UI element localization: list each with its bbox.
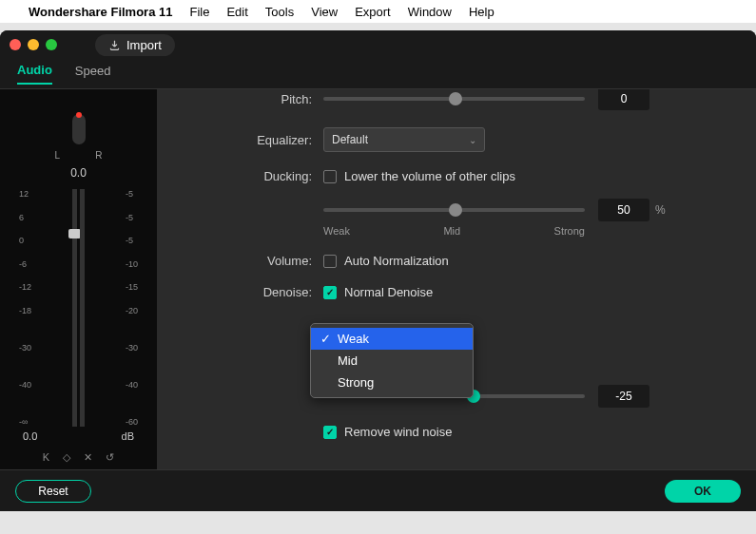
controls-panel: Pitch: 0 Equalizer: Default ⌄ Ducking: L… [157, 89, 756, 469]
tab-audio[interactable]: Audio [17, 63, 52, 85]
auto-normalize-label: Auto Normalization [344, 254, 449, 268]
equalizer-label: Equalizer: [176, 133, 323, 147]
pitch-label: Pitch: [176, 92, 323, 106]
fader-unit: dB [122, 430, 134, 442]
pan-r-label: R [95, 150, 102, 161]
import-icon [108, 39, 121, 51]
denoise-label: Denoise: [176, 285, 323, 299]
import-label: Import [126, 38, 162, 52]
menu-help[interactable]: Help [469, 5, 494, 19]
meter-bars [72, 189, 85, 427]
menu-file[interactable]: File [189, 5, 209, 19]
keyframe-next-icon[interactable]: ✕ [84, 451, 92, 464]
menubar: Wondershare Filmora 11 File Edit Tools V… [0, 0, 756, 23]
menu-app[interactable]: Wondershare Filmora 11 [29, 5, 172, 19]
pitch-slider[interactable] [323, 97, 585, 101]
equalizer-dropdown[interactable]: Default ⌄ [323, 127, 485, 152]
denoise-strength-popup: Weak Mid Strong [310, 323, 474, 398]
menu-view[interactable]: View [311, 5, 338, 19]
level-meter: 12 6 0 -6 -12 -18 -30 -40 -∞ [13, 189, 144, 427]
scale-right: -5 -5 -5 -10 -15 -20 -30 -40 -60 [126, 189, 138, 427]
auto-normalize-checkbox[interactable] [323, 255, 337, 268]
keyframe-prev-icon[interactable]: K [43, 451, 49, 464]
normal-denoise-checkbox[interactable] [323, 286, 337, 299]
footer: Reset OK [0, 469, 756, 511]
volume-label: Volume: [176, 254, 323, 268]
maximize-icon[interactable] [46, 39, 57, 50]
remove-wind-label: Remove wind noise [344, 425, 452, 439]
ducking-check-label: Lower the volume of other clips [344, 169, 515, 183]
minimize-icon[interactable] [28, 39, 39, 50]
keyframe-reset-icon[interactable]: ↺ [106, 451, 114, 464]
keyframe-add-icon[interactable]: ◇ [63, 451, 70, 464]
titlebar: Import [0, 30, 756, 59]
menu-tools[interactable]: Tools [265, 5, 294, 19]
menu-export[interactable]: Export [355, 5, 391, 19]
pan-value: 0.0 [13, 166, 144, 180]
denoise-value[interactable]: -25 [598, 385, 649, 408]
ducking-slider[interactable] [323, 208, 585, 212]
main-panel: L R 0.0 12 6 0 -6 -12 -18 -30 -40 -∞ [0, 89, 756, 469]
import-button[interactable]: Import [95, 34, 175, 56]
remove-wind-checkbox[interactable] [323, 426, 337, 439]
normal-denoise-label: Normal Denoise [344, 285, 433, 299]
close-icon[interactable] [10, 39, 21, 50]
popup-mid[interactable]: Mid [311, 350, 473, 372]
popup-weak[interactable]: Weak [311, 328, 473, 350]
ducking-pct: % [655, 203, 666, 217]
ducking-label: Ducking: [176, 169, 323, 183]
pitch-value[interactable]: 0 [598, 89, 649, 110]
app-window: Import Audio Speed L R 0.0 12 6 0 -6 -12… [0, 30, 756, 511]
fader-value: 0.0 [23, 430, 37, 442]
tab-speed[interactable]: Speed [75, 64, 111, 84]
reset-button[interactable]: Reset [15, 480, 91, 503]
ok-button[interactable]: OK [665, 480, 741, 503]
pan-l-label: L [55, 150, 61, 161]
traffic-lights [10, 39, 57, 50]
chevron-down-icon: ⌄ [469, 135, 476, 145]
pan-knob[interactable] [72, 114, 86, 144]
menu-window[interactable]: Window [408, 5, 452, 19]
scale-left: 12 6 0 -6 -12 -18 -30 -40 -∞ [19, 189, 31, 427]
keyframe-bar: K ◇ ✕ ↺ [13, 451, 144, 464]
popup-strong[interactable]: Strong [311, 372, 473, 393]
menu-edit[interactable]: Edit [226, 5, 247, 19]
ducking-checkbox[interactable] [323, 170, 337, 183]
ducking-value[interactable]: 50 [598, 199, 649, 221]
tabbar: Audio Speed [0, 59, 756, 89]
meter-panel: L R 0.0 12 6 0 -6 -12 -18 -30 -40 -∞ [0, 89, 157, 469]
